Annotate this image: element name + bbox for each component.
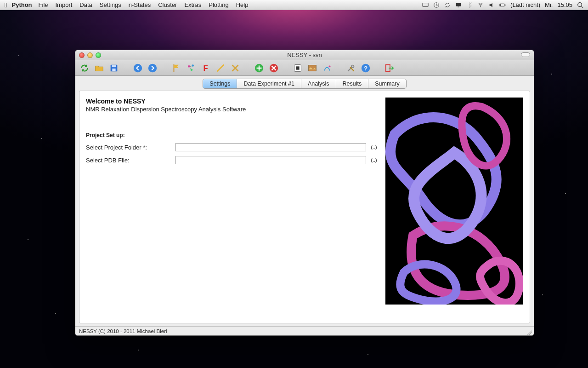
toolbar-flag-icon[interactable] bbox=[171, 63, 182, 74]
svg-point-27 bbox=[329, 65, 331, 67]
svg-rect-3 bbox=[458, 6, 459, 7]
toolbar-forward-icon[interactable] bbox=[147, 63, 158, 74]
toolbar-tools-icon[interactable] bbox=[345, 63, 356, 74]
toolbar-add-icon[interactable] bbox=[254, 63, 265, 74]
welcome-heading: Welcome to NESSY bbox=[86, 98, 379, 105]
tab-data-experiment-1[interactable]: Data Experiment #1 bbox=[237, 79, 301, 88]
protein-preview-image bbox=[385, 98, 523, 305]
svg-rect-12 bbox=[112, 68, 115, 71]
tab-summary[interactable]: Summary bbox=[368, 79, 406, 88]
menu-nstates[interactable]: n-States bbox=[129, 1, 151, 8]
pdb-file-browse-button[interactable]: (..) bbox=[369, 156, 379, 164]
svg-point-8 bbox=[578, 2, 582, 6]
status-text: NESSY (C) 2010 - 2011 Michael Bieri bbox=[79, 328, 167, 334]
menuextra-clock-day[interactable]: Mi. bbox=[545, 1, 553, 8]
menu-extras[interactable]: Extras bbox=[184, 1, 201, 8]
menu-cluster[interactable]: Cluster bbox=[158, 1, 177, 8]
menubar:  Python File Import Data Settings n-Sta… bbox=[0, 0, 588, 10]
menuextra-volume-icon[interactable] bbox=[488, 2, 495, 8]
menu-plotting[interactable]: Plotting bbox=[209, 1, 228, 8]
toolbar-back-icon[interactable] bbox=[132, 63, 143, 74]
tab-bar: Settings Data Experiment #1 Analysis Res… bbox=[75, 76, 534, 89]
toolbar-pill-button[interactable] bbox=[521, 52, 530, 57]
svg-point-4 bbox=[480, 6, 481, 7]
toolbar-letter-f-icon[interactable]: F bbox=[200, 63, 211, 74]
tab-results[interactable]: Results bbox=[336, 79, 369, 88]
svg-rect-2 bbox=[456, 3, 461, 6]
menuextra-bluetooth-icon[interactable] bbox=[466, 2, 473, 8]
toolbar-open-folder-icon[interactable] bbox=[94, 63, 105, 74]
welcome-subtitle: NMR Relaxation Dispersion Spectroscopy A… bbox=[86, 106, 379, 113]
svg-point-14 bbox=[148, 63, 157, 72]
toolbar-molecule-icon[interactable] bbox=[186, 63, 197, 74]
svg-rect-7 bbox=[500, 4, 501, 6]
menuextra-sync-icon[interactable] bbox=[444, 2, 451, 8]
project-folder-browse-button[interactable]: (..) bbox=[369, 143, 379, 151]
content-panel: Welcome to NESSY NMR Relaxation Dispersi… bbox=[79, 91, 530, 323]
pdb-file-input[interactable] bbox=[175, 156, 366, 164]
toolbar-line-icon[interactable] bbox=[215, 63, 226, 74]
svg-line-9 bbox=[582, 6, 583, 8]
menu-app-name[interactable]: Python bbox=[11, 1, 32, 8]
toolbar-picture-icon[interactable] bbox=[307, 63, 318, 74]
app-window: NESSY - svn F ? Settings Data Experiment… bbox=[75, 50, 534, 336]
svg-rect-25 bbox=[296, 66, 299, 69]
project-folder-input[interactable] bbox=[175, 143, 366, 151]
menu-help[interactable]: Help bbox=[236, 1, 249, 8]
menu-file[interactable]: File bbox=[39, 1, 48, 8]
svg-point-13 bbox=[134, 63, 142, 72]
menuextra-wifi-icon[interactable] bbox=[477, 2, 484, 8]
svg-rect-11 bbox=[112, 65, 116, 67]
menu-data[interactable]: Data bbox=[79, 1, 92, 8]
status-bar: NESSY (C) 2010 - 2011 Michael Bieri bbox=[75, 326, 534, 335]
menuextra-spotlight-icon[interactable] bbox=[577, 2, 583, 8]
menu-import[interactable]: Import bbox=[56, 1, 73, 8]
titlebar[interactable]: NESSY - svn bbox=[75, 50, 534, 60]
svg-point-16 bbox=[192, 64, 194, 67]
project-folder-label: Select Project Folder *: bbox=[86, 144, 175, 151]
project-setup-heading: Project Set up: bbox=[86, 132, 379, 138]
svg-rect-26 bbox=[309, 65, 317, 71]
tab-settings[interactable]: Settings bbox=[203, 79, 237, 88]
toolbar-exit-icon[interactable] bbox=[384, 63, 395, 74]
menuextra-timemachine-icon[interactable] bbox=[433, 2, 440, 8]
toolbar-structure-icon[interactable] bbox=[322, 63, 333, 74]
svg-text:?: ? bbox=[364, 64, 368, 71]
menuextra-battery-icon[interactable] bbox=[499, 2, 506, 8]
svg-point-28 bbox=[351, 65, 354, 68]
toolbar: F ? bbox=[75, 60, 534, 76]
menuextra-battery-label: (Lädt nicht) bbox=[510, 1, 540, 8]
menuextra-display-icon[interactable] bbox=[422, 2, 429, 8]
svg-point-15 bbox=[188, 65, 190, 68]
toolbar-help-icon[interactable]: ? bbox=[360, 63, 371, 74]
menu-settings[interactable]: Settings bbox=[100, 1, 121, 8]
window-title: NESSY - svn bbox=[75, 52, 534, 58]
svg-text:F: F bbox=[204, 64, 208, 72]
toolbar-stop-icon[interactable] bbox=[292, 63, 303, 74]
menuextra-clock-time[interactable]: 15:05 bbox=[557, 1, 572, 8]
toolbar-save-icon[interactable] bbox=[108, 63, 119, 74]
resize-handle[interactable] bbox=[526, 328, 533, 334]
toolbar-remove-icon[interactable] bbox=[268, 63, 279, 74]
svg-line-19 bbox=[217, 64, 224, 71]
toolbar-cross-icon[interactable] bbox=[230, 63, 241, 74]
menuextra-screen-icon[interactable] bbox=[455, 2, 462, 8]
svg-rect-6 bbox=[505, 4, 505, 6]
pdb-file-label: Select PDB File: bbox=[86, 157, 175, 164]
svg-rect-0 bbox=[423, 3, 428, 6]
toolbar-refresh-icon[interactable] bbox=[79, 63, 90, 74]
tab-analysis[interactable]: Analysis bbox=[301, 79, 336, 88]
apple-icon[interactable]:  bbox=[5, 1, 7, 9]
